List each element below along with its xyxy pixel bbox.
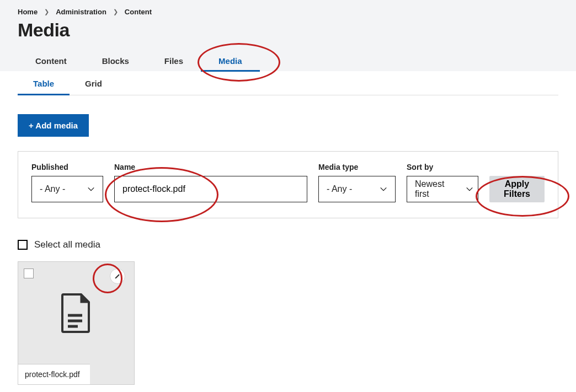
media-type-select[interactable]: - Any - bbox=[318, 176, 396, 202]
sort-by-select[interactable]: Newest first bbox=[407, 176, 478, 202]
published-label: Published bbox=[31, 163, 103, 171]
secondary-tabs: Table Grid bbox=[18, 71, 558, 95]
breadcrumb-item-administration[interactable]: Administration bbox=[56, 8, 106, 16]
name-input[interactable] bbox=[122, 184, 299, 194]
chevron-down-icon bbox=[87, 185, 95, 193]
chevron-right-icon: ❯ bbox=[44, 8, 49, 15]
sort-by-value: Newest first bbox=[415, 179, 456, 199]
page-title: Media bbox=[18, 19, 558, 41]
tab-media[interactable]: Media bbox=[201, 51, 260, 71]
media-card: protect-flock.pdf bbox=[18, 261, 135, 385]
sort-by-label: Sort by bbox=[407, 163, 478, 171]
document-icon bbox=[60, 293, 92, 333]
chevron-down-icon bbox=[380, 185, 387, 193]
published-select[interactable]: - Any - bbox=[31, 176, 103, 202]
add-media-button[interactable]: + Add media bbox=[18, 114, 89, 137]
subtab-grid[interactable]: Grid bbox=[70, 71, 118, 95]
media-type-label: Media type bbox=[318, 163, 396, 171]
edit-media-button[interactable] bbox=[110, 269, 125, 284]
chevron-down-icon bbox=[466, 185, 473, 193]
tab-blocks[interactable]: Blocks bbox=[84, 51, 147, 71]
media-thumbnail bbox=[18, 262, 134, 364]
tab-files[interactable]: Files bbox=[147, 51, 201, 71]
tab-content[interactable]: Content bbox=[18, 51, 84, 71]
breadcrumb-item-content[interactable]: Content bbox=[125, 8, 152, 16]
media-type-value: - Any - bbox=[327, 184, 352, 194]
name-label: Name bbox=[114, 163, 307, 171]
chevron-right-icon: ❯ bbox=[113, 8, 118, 15]
name-input-wrap bbox=[114, 176, 307, 202]
apply-filters-button[interactable]: Apply Filters bbox=[489, 176, 545, 202]
select-all-label: Select all media bbox=[34, 239, 100, 250]
published-value: - Any - bbox=[40, 184, 65, 194]
breadcrumb-item-home[interactable]: Home bbox=[18, 8, 38, 16]
media-filename: protect-flock.pdf bbox=[18, 364, 90, 384]
filter-form: Published - Any - Name Media type - Any … bbox=[18, 151, 558, 218]
primary-tabs: Content Blocks Files Media bbox=[18, 51, 558, 71]
pencil-icon bbox=[114, 273, 121, 280]
breadcrumb: Home ❯ Administration ❯ Content bbox=[18, 8, 558, 16]
select-all-row: Select all media bbox=[18, 239, 558, 250]
media-select-checkbox[interactable] bbox=[24, 269, 34, 278]
select-all-checkbox[interactable] bbox=[18, 240, 28, 250]
subtab-table[interactable]: Table bbox=[18, 71, 70, 95]
